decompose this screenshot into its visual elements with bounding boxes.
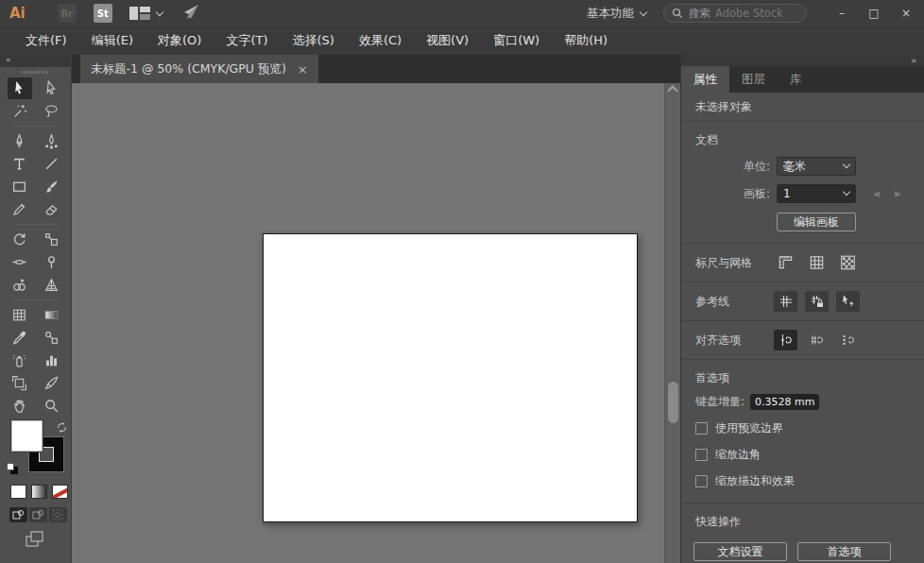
- canvas-area[interactable]: [72, 83, 664, 563]
- bridge-icon[interactable]: Br: [58, 4, 77, 23]
- hand-tool[interactable]: [8, 395, 32, 417]
- tab-libraries[interactable]: 库: [778, 66, 814, 93]
- width-tool[interactable]: [8, 251, 32, 273]
- artboard-tool[interactable]: [8, 372, 32, 394]
- lock-guides-icon[interactable]: [805, 291, 829, 312]
- grid-icon[interactable]: [805, 252, 829, 273]
- guides-label: 参考线: [695, 294, 773, 310]
- lasso-tool[interactable]: [40, 100, 64, 122]
- keyboard-increment-input[interactable]: 0.3528 mm: [750, 394, 819, 410]
- shaper-tool[interactable]: [8, 198, 32, 220]
- chevron-down-icon: [843, 188, 850, 196]
- menu-object[interactable]: 对象(O): [145, 32, 214, 49]
- close-button[interactable]: ×: [890, 1, 922, 26]
- menu-select[interactable]: 选择(S): [280, 32, 346, 49]
- scale-strokes-effects-checkbox[interactable]: [695, 475, 708, 487]
- blend-tool[interactable]: [40, 327, 64, 349]
- rotate-tool[interactable]: [8, 229, 32, 250]
- ruler-corner-icon[interactable]: [774, 252, 797, 273]
- scale-tool[interactable]: [40, 229, 64, 250]
- color-button[interactable]: [10, 485, 26, 499]
- none-button[interactable]: [52, 485, 68, 499]
- scale-corners-label: 缩放边角: [715, 447, 761, 463]
- scale-corners-checkbox[interactable]: [695, 449, 708, 461]
- snap-to-grid-icon[interactable]: [805, 330, 829, 350]
- workspace-switcher[interactable]: 基本功能: [587, 6, 646, 22]
- next-artboard-icon[interactable]: ▶: [895, 189, 916, 198]
- gradient-tool[interactable]: [40, 304, 64, 326]
- menu-help[interactable]: 帮助(H): [552, 32, 620, 49]
- zoom-tool[interactable]: [40, 395, 64, 417]
- minimize-button[interactable]: –: [826, 1, 858, 26]
- line-segment-tool[interactable]: [40, 153, 64, 175]
- snap-to-point-icon[interactable]: [774, 330, 797, 350]
- puppet-warp-tool[interactable]: [40, 251, 64, 273]
- magic-wand-tool[interactable]: [8, 100, 32, 122]
- panel-tabs: 属性 图层 库: [681, 66, 924, 93]
- tab-close-icon[interactable]: ×: [298, 62, 308, 77]
- pen-tool[interactable]: [8, 130, 32, 152]
- menu-view[interactable]: 视图(V): [414, 32, 481, 49]
- perspective-grid-tool[interactable]: [40, 274, 64, 296]
- tab-properties[interactable]: 属性: [681, 66, 729, 93]
- menu-type[interactable]: 文字(T): [214, 32, 280, 49]
- type-tool[interactable]: [8, 153, 32, 175]
- menu-bar: 文件(F) 编辑(E) 对象(O) 文字(T) 选择(S) 效果(C) 视图(V…: [0, 26, 924, 55]
- unit-select[interactable]: 毫米: [777, 157, 856, 176]
- selection-tool[interactable]: [8, 77, 32, 99]
- search-adobe-stock-input[interactable]: 搜索 Adobe Stock: [663, 4, 807, 23]
- document-tab[interactable]: 未标题-1 @ 50% (CMYK/GPU 预览) ×: [80, 55, 318, 83]
- artboard-select[interactable]: 1: [777, 184, 856, 203]
- unit-label: 单位:: [681, 159, 770, 175]
- maximize-button[interactable]: □: [858, 1, 890, 26]
- use-preview-bounds-checkbox[interactable]: [695, 422, 708, 435]
- collapse-tools-button[interactable]: «: [0, 55, 71, 67]
- eyedropper-tool[interactable]: [8, 327, 32, 349]
- draw-normal-icon[interactable]: [9, 507, 27, 522]
- preferences-button[interactable]: 首选项: [797, 542, 891, 561]
- rectangle-tool[interactable]: [8, 176, 32, 197]
- menu-file[interactable]: 文件(F): [13, 32, 79, 49]
- draw-inside-icon[interactable]: [49, 507, 67, 522]
- arrange-documents-icon[interactable]: [129, 7, 163, 20]
- draw-behind-icon[interactable]: [29, 507, 47, 522]
- vertical-scrollbar[interactable]: [664, 83, 680, 563]
- fill-swatch[interactable]: [11, 420, 43, 452]
- mesh-tool[interactable]: [8, 304, 32, 326]
- shape-builder-tool[interactable]: [8, 274, 32, 296]
- document-section-title: 文档: [681, 122, 924, 148]
- prev-artboard-icon[interactable]: ◀: [873, 189, 895, 198]
- show-guides-icon[interactable]: [774, 291, 797, 312]
- menu-edit[interactable]: 编辑(E): [79, 32, 145, 49]
- paintbrush-tool[interactable]: [40, 176, 64, 197]
- transparency-grid-icon[interactable]: [836, 252, 860, 273]
- artboard[interactable]: [263, 233, 638, 522]
- menu-window[interactable]: 窗口(W): [481, 32, 552, 49]
- document-setup-button[interactable]: 文档设置: [693, 542, 787, 561]
- default-fill-stroke-icon[interactable]: [7, 463, 18, 474]
- swap-fill-stroke-icon[interactable]: [56, 421, 68, 436]
- collapse-panel-button[interactable]: »: [681, 55, 924, 66]
- stock-icon[interactable]: St: [94, 4, 112, 23]
- symbol-sprayer-tool[interactable]: [8, 350, 32, 371]
- quick-actions-title: 快速操作: [681, 503, 924, 530]
- scroll-up-arrow-icon[interactable]: [667, 85, 677, 95]
- direct-selection-tool[interactable]: [40, 77, 64, 99]
- curvature-tool[interactable]: [40, 130, 64, 152]
- edit-artboard-button[interactable]: 编辑画板: [777, 213, 856, 231]
- snap-to-pixel-icon[interactable]: [836, 330, 860, 350]
- use-preview-bounds-label: 使用预览边界: [715, 420, 783, 436]
- menu-effect[interactable]: 效果(C): [347, 32, 414, 49]
- eraser-tool[interactable]: [40, 198, 64, 220]
- gradient-button[interactable]: [31, 485, 47, 499]
- slice-tool[interactable]: [40, 372, 64, 394]
- panel-drag-handle[interactable]: [22, 71, 50, 74]
- column-graph-tool[interactable]: [40, 350, 64, 371]
- scrollbar-thumb[interactable]: [668, 382, 678, 423]
- smart-guides-icon[interactable]: [836, 291, 860, 312]
- screen-mode-icon[interactable]: [25, 530, 71, 552]
- chevron-down-icon: [640, 8, 647, 15]
- gpu-performance-rocket-icon[interactable]: [181, 4, 200, 24]
- scale-strokes-effects-label: 缩放描边和效果: [715, 473, 795, 489]
- tab-layers[interactable]: 图层: [729, 66, 778, 93]
